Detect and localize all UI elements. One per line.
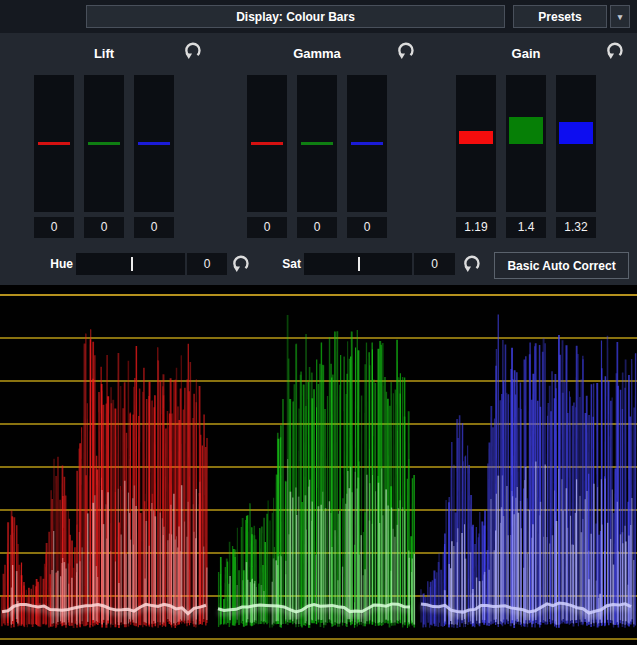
slider-position-marker — [131, 257, 133, 271]
waveform-svg — [0, 285, 637, 645]
slider-handle[interactable] — [559, 122, 593, 144]
gain-reset-button[interactable] — [604, 41, 626, 63]
reset-icon — [462, 254, 482, 274]
gain-red-slider[interactable] — [456, 75, 496, 212]
slider-handle[interactable] — [351, 142, 383, 145]
gain-green-value[interactable]: 1.4 — [506, 217, 546, 238]
section-gain: Gain 1.19 1.4 1.32 — [422, 33, 634, 245]
sat-value[interactable]: 0 — [414, 253, 455, 275]
presets-dropdown-button[interactable]: ▾ — [610, 5, 630, 28]
gamma-blue-value[interactable]: 0 — [347, 217, 387, 238]
lift-red-slider[interactable] — [34, 75, 74, 212]
display-mode-button[interactable]: Display: Colour Bars — [86, 5, 505, 28]
lift-blue-value[interactable]: 0 — [134, 217, 174, 238]
slider-handle[interactable] — [251, 142, 283, 145]
colour-correction-panel: Display: Colour Bars Presets ▾ Lift 0 0 … — [0, 0, 637, 645]
section-gamma: Gamma 0 0 0 — [213, 33, 425, 245]
gamma-blue-slider[interactable] — [347, 75, 387, 212]
hue-slider[interactable] — [76, 253, 185, 275]
lift-green-value[interactable]: 0 — [84, 217, 124, 238]
chevron-down-icon: ▾ — [618, 12, 623, 22]
reset-icon — [183, 41, 203, 61]
topbar: Display: Colour Bars Presets ▾ — [0, 0, 637, 33]
gamma-red-value[interactable]: 0 — [247, 217, 287, 238]
reset-icon — [605, 41, 625, 61]
sat-label: Sat — [256, 253, 301, 275]
slider-handle[interactable] — [138, 142, 170, 145]
slider-handle[interactable] — [301, 142, 333, 145]
gamma-green-value[interactable]: 0 — [297, 217, 337, 238]
lift-blue-slider[interactable] — [134, 75, 174, 212]
lift-red-value[interactable]: 0 — [34, 217, 74, 238]
gain-blue-slider[interactable] — [556, 75, 596, 212]
section-title: Lift — [0, 46, 208, 61]
waveform-scope — [0, 285, 637, 645]
gain-green-slider[interactable] — [506, 75, 546, 212]
section-title: Gamma — [213, 46, 421, 61]
section-lift: Lift 0 0 0 — [0, 33, 212, 245]
slider-handle[interactable] — [459, 131, 493, 144]
slider-position-marker — [358, 257, 360, 271]
basic-auto-correct-button[interactable]: Basic Auto Correct — [494, 252, 629, 279]
section-title: Gain — [422, 46, 630, 61]
lift-reset-button[interactable] — [182, 41, 204, 63]
gamma-green-slider[interactable] — [297, 75, 337, 212]
gamma-reset-button[interactable] — [395, 41, 417, 63]
slider-handle[interactable] — [509, 117, 543, 144]
gain-red-value[interactable]: 1.19 — [456, 217, 496, 238]
hue-value[interactable]: 0 — [187, 253, 227, 275]
reset-icon — [396, 41, 416, 61]
presets-button[interactable]: Presets — [513, 5, 607, 28]
gamma-red-slider[interactable] — [247, 75, 287, 212]
hue-reset-button[interactable] — [230, 254, 252, 276]
reset-icon — [231, 254, 251, 274]
sat-reset-button[interactable] — [461, 254, 483, 276]
sat-slider[interactable] — [304, 253, 412, 275]
lift-green-slider[interactable] — [84, 75, 124, 212]
slider-handle[interactable] — [88, 142, 120, 145]
hue-label: Hue — [28, 253, 73, 275]
gain-blue-value[interactable]: 1.32 — [556, 217, 596, 238]
slider-handle[interactable] — [38, 142, 70, 145]
